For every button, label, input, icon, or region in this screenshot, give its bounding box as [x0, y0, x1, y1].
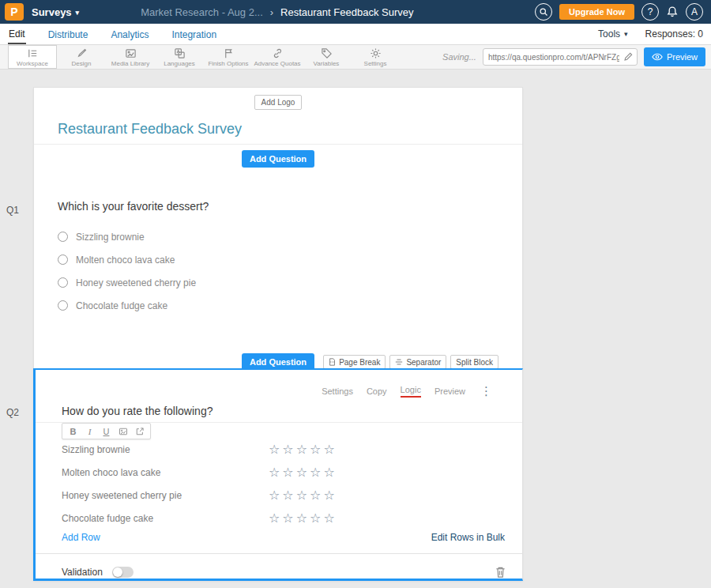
radio-button[interactable] [58, 300, 68, 311]
header-actions: Upgrade Now ? A [535, 3, 711, 21]
breadcrumb: Market Research - Aug 2... › Restaurant … [141, 6, 413, 18]
toolbar-item-finish-options[interactable]: Finish Options [204, 45, 253, 69]
q2-preview-link[interactable]: Preview [434, 386, 465, 396]
star-icon[interactable]: ☆ [296, 466, 307, 479]
help-button[interactable]: ? [641, 3, 659, 21]
add-row-link[interactable]: Add Row [62, 532, 100, 543]
questionpro-logo[interactable]: P [5, 3, 24, 21]
q2-settings-link[interactable]: Settings [322, 386, 353, 396]
validation-row: Validation [62, 564, 506, 580]
tools-label: Tools [598, 28, 620, 40]
page-break-button[interactable]: Page Break [323, 355, 386, 369]
tab-integration[interactable]: Integration [171, 25, 217, 43]
star-icon[interactable]: ☆ [323, 443, 334, 456]
avatar[interactable]: A [686, 3, 703, 21]
toolbar-right: Saving... Preview [442, 45, 711, 69]
toolbar-item-advance-quotas[interactable]: Advance Quotas [253, 45, 302, 69]
more-options-icon[interactable]: ⋮ [480, 384, 492, 398]
star-rating: ☆☆☆☆☆ [269, 512, 335, 525]
star-icon[interactable]: ☆ [269, 466, 280, 479]
rating-row-label[interactable]: Molten choco lava cake [62, 467, 269, 478]
bell-icon [666, 6, 679, 18]
star-icon[interactable]: ☆ [323, 489, 334, 502]
q2-logic-link[interactable]: Logic [401, 385, 421, 398]
option-row: Sizzling brownie [34, 225, 522, 248]
main-nav: Edit Distribute Analytics Integration To… [0, 24, 711, 45]
q2-question-text[interactable]: How do you rate the following? [62, 405, 213, 417]
radio-button[interactable] [58, 254, 68, 265]
toolbar-item-languages[interactable]: Languages [155, 45, 204, 69]
star-icon[interactable]: ☆ [310, 466, 321, 479]
star-icon[interactable]: ☆ [296, 443, 307, 456]
rating-row-label[interactable]: Sizzling brownie [62, 444, 269, 455]
edit-rows-in-bulk-link[interactable]: Edit Rows in Bulk [431, 532, 505, 543]
bold-button[interactable]: B [65, 424, 81, 439]
gear-icon [370, 47, 382, 59]
edit-url-icon[interactable] [623, 51, 634, 62]
star-icon[interactable]: ☆ [269, 443, 280, 456]
tab-distribute[interactable]: Distribute [47, 25, 89, 43]
insert-image-button[interactable] [115, 424, 131, 439]
star-icon[interactable]: ☆ [282, 512, 293, 525]
preview-button[interactable]: Preview [644, 47, 705, 66]
q1-question-text[interactable]: Which is your favorite dessert? [58, 200, 522, 213]
star-icon[interactable]: ☆ [269, 489, 280, 502]
delete-question-button[interactable] [495, 566, 506, 579]
star-icon[interactable]: ☆ [282, 489, 293, 502]
tab-analytics[interactable]: Analytics [110, 25, 149, 43]
tab-edit[interactable]: Edit [8, 24, 26, 44]
validation-toggle[interactable] [112, 567, 134, 578]
star-icon[interactable]: ☆ [282, 466, 293, 479]
star-icon[interactable]: ☆ [269, 512, 280, 525]
responses-count[interactable]: Responses: 0 [645, 28, 703, 40]
q2-menu: Settings Copy Logic Preview ⋮ [322, 384, 492, 398]
rating-row: Molten choco lava cake ☆☆☆☆☆ [62, 461, 506, 484]
chevron-down-icon: ▾ [76, 9, 80, 17]
toolbar-item-variables[interactable]: Variables [302, 45, 351, 69]
star-rating: ☆☆☆☆☆ [269, 489, 335, 502]
toolbar-item-settings[interactable]: Settings [351, 45, 400, 69]
add-logo-button[interactable]: Add Logo [254, 95, 303, 110]
survey-url-input[interactable] [483, 48, 638, 66]
breadcrumb-current: Restaurant Feedback Survey [280, 6, 413, 18]
q2-copy-link[interactable]: Copy [367, 386, 387, 396]
option-row: Molten choco lava cake [34, 248, 522, 271]
option-row: Chocolate fudge cake [34, 294, 522, 317]
separator-button[interactable]: Separator [389, 355, 446, 369]
surveys-menu[interactable]: Surveys ▾ [32, 6, 79, 18]
tools-menu[interactable]: Tools ▾ [598, 28, 628, 40]
notifications-button[interactable] [666, 6, 679, 18]
star-icon[interactable]: ☆ [310, 443, 321, 456]
star-icon[interactable]: ☆ [310, 512, 321, 525]
star-icon[interactable]: ☆ [323, 512, 334, 525]
validation-label: Validation [62, 567, 103, 578]
external-link-button[interactable] [131, 424, 148, 439]
nav-right: Tools ▾ Responses: 0 [598, 28, 703, 40]
star-icon[interactable]: ☆ [296, 489, 307, 502]
radio-button[interactable] [58, 232, 68, 242]
survey-card: Add Logo Restaurant Feedback Survey Add … [33, 87, 523, 581]
underline-button[interactable]: U [98, 424, 115, 439]
star-icon[interactable]: ☆ [296, 512, 307, 525]
toolbar-item-media-library[interactable]: Media Library [106, 45, 155, 69]
star-icon[interactable]: ☆ [310, 489, 321, 502]
survey-title[interactable]: Restaurant Feedback Survey [58, 121, 522, 138]
add-question-button[interactable]: Add Question [242, 150, 314, 168]
split-block-button[interactable]: Split Block [450, 355, 498, 369]
search-icon [539, 7, 548, 17]
option-label[interactable]: Chocolate fudge cake [76, 300, 167, 311]
rating-row-label[interactable]: Chocolate fudge cake [62, 513, 269, 524]
option-label[interactable]: Molten choco lava cake [76, 254, 175, 266]
breadcrumb-parent[interactable]: Market Research - Aug 2... [141, 6, 263, 18]
search-button[interactable] [535, 3, 552, 21]
rating-row-label[interactable]: Honey sweetened cherry pie [62, 490, 269, 501]
toolbar-item-design[interactable]: Design [57, 45, 106, 69]
star-icon[interactable]: ☆ [282, 443, 293, 456]
toolbar-item-workspace[interactable]: Workspace [8, 45, 57, 69]
option-label[interactable]: Honey sweetened cherry pie [76, 277, 196, 288]
option-label[interactable]: Sizzling brownie [76, 232, 145, 243]
upgrade-now-button[interactable]: Upgrade Now [559, 4, 634, 20]
star-icon[interactable]: ☆ [323, 466, 334, 479]
radio-button[interactable] [58, 277, 68, 288]
italic-button[interactable]: I [81, 424, 98, 439]
